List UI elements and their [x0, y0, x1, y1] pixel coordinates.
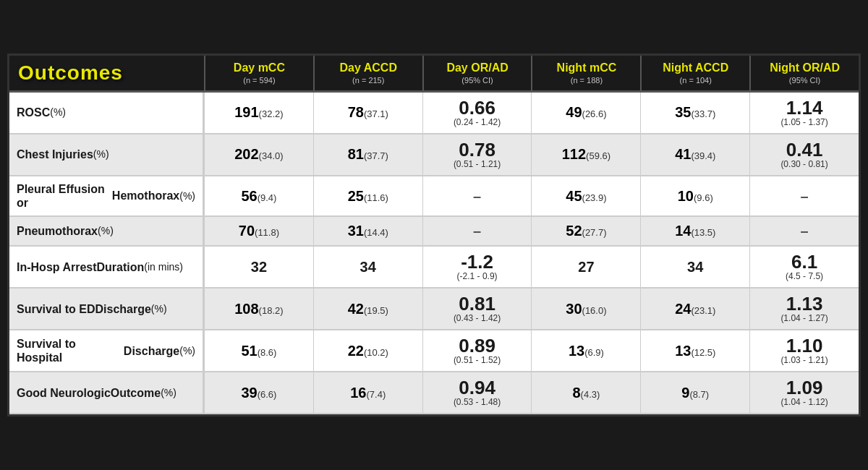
- data-cell: 1.09 (1.04 - 1.12): [749, 372, 859, 413]
- sub-value: (12.5): [691, 347, 715, 358]
- data-cell: 13(12.5): [640, 330, 749, 371]
- or-main-value: 0.81: [459, 294, 495, 313]
- or-sub-value: (0.53 - 1.48): [454, 397, 501, 407]
- sub-value: (34.0): [259, 150, 284, 161]
- main-value: 202: [234, 146, 258, 162]
- sub-value: (19.5): [364, 305, 388, 316]
- data-cell: 22(10.2): [313, 330, 422, 371]
- table-row: Survival to EDDischarge (%) 108(18.2) 42…: [9, 289, 859, 330]
- data-cell: 81(37.7): [313, 134, 422, 175]
- main-value: 81: [348, 146, 364, 162]
- main-value: 56: [241, 188, 257, 204]
- main-value: 191: [234, 104, 258, 120]
- data-cell: 16(7.4): [313, 372, 422, 413]
- data-cell: 32: [204, 247, 313, 287]
- sub-value: (7.4): [367, 389, 386, 400]
- or-main-value: 6.1: [791, 252, 817, 271]
- table-body: ROSC (%) 191(32.2) 78(37.1) 0.66 (0.24 -…: [9, 93, 859, 414]
- data-cell: 24(23.1): [640, 289, 749, 329]
- sub-value: (27.7): [582, 227, 607, 238]
- data-cell: 1.14 (1.05 - 1.37): [749, 93, 859, 133]
- main-value: 25: [348, 188, 364, 204]
- table-row: Pneumothorax (%) 70(11.8) 31(14.4) – 52(…: [9, 217, 859, 247]
- main-value: 13: [675, 343, 691, 359]
- sub-value: (23.9): [582, 192, 607, 203]
- row-label: In-Hosp ArrestDuration (in mins): [9, 247, 204, 287]
- data-cell: 10(9.6): [640, 176, 749, 215]
- sub-value: (32.2): [259, 108, 284, 119]
- sub-value: (13.5): [691, 227, 715, 238]
- header-day-orad: Day OR/AD (95% CI): [422, 56, 532, 90]
- main-value: 70: [239, 223, 255, 239]
- or-sub-value: (4.5 - 7.5): [786, 271, 823, 281]
- or-main-value: 1.10: [786, 336, 823, 355]
- main-value: 49: [566, 104, 582, 120]
- row-label: Pleural Effusion orHemothorax (%): [9, 176, 204, 215]
- header-night-accd: Night ACCD (n = 104): [640, 56, 749, 90]
- or-main-value: 1.09: [786, 378, 823, 397]
- row-label: Survival to EDDischarge (%): [9, 289, 204, 329]
- outcomes-table: Outcomes Day mCC (n = 594) Day ACCD (n =…: [7, 54, 861, 416]
- or-sub-value: (1.05 - 1.37): [780, 117, 827, 127]
- main-value: 24: [675, 301, 691, 317]
- main-value: 39: [241, 385, 257, 401]
- or-main-value: 0.94: [459, 378, 495, 397]
- main-value: 42: [348, 301, 364, 317]
- data-cell: 0.89 (0.51 - 1.52): [422, 330, 532, 371]
- sub-value: (4.3): [581, 389, 600, 400]
- main-value: 8: [572, 385, 580, 401]
- or-sub-value: (0.30 - 0.81): [780, 159, 827, 169]
- data-cell: 34: [640, 247, 749, 287]
- table-row: In-Hosp ArrestDuration (in mins) 32 34 -…: [9, 247, 859, 289]
- or-sub-value: (-2.1 - 0.9): [457, 271, 498, 281]
- or-main-value: 0.89: [459, 336, 495, 355]
- data-cell: –: [422, 217, 532, 245]
- data-cell: 25(11.6): [313, 176, 422, 215]
- data-cell: 112(59.6): [531, 134, 640, 175]
- sub-value: (33.7): [691, 108, 715, 119]
- main-value: 9: [681, 385, 689, 401]
- sub-value: (6.6): [258, 389, 277, 400]
- data-cell: 0.81 (0.43 - 1.42): [422, 289, 532, 329]
- main-value: 45: [566, 188, 582, 204]
- data-cell: 42(19.5): [313, 289, 422, 329]
- data-cell: 0.78 (0.51 - 1.21): [422, 134, 532, 175]
- table-row: ROSC (%) 191(32.2) 78(37.1) 0.66 (0.24 -…: [9, 93, 859, 134]
- row-label: Pneumothorax (%): [9, 217, 204, 245]
- data-cell: 108(18.2): [204, 289, 313, 329]
- data-cell: 1.13 (1.04 - 1.27): [749, 289, 859, 329]
- main-value: 34: [360, 259, 376, 275]
- or-main-value: -1.2: [461, 252, 493, 271]
- main-value: 51: [241, 343, 257, 359]
- sub-value: (26.6): [582, 108, 607, 119]
- sub-value: (37.1): [364, 108, 388, 119]
- main-value: 13: [569, 343, 584, 359]
- main-value: 35: [675, 104, 691, 120]
- data-cell: 1.10 (1.03 - 1.21): [749, 330, 859, 371]
- data-cell: 9(8.7): [640, 372, 749, 413]
- data-cell: -1.2 (-2.1 - 0.9): [422, 247, 532, 287]
- or-sub-value: (0.51 - 1.52): [454, 355, 501, 365]
- data-cell: 14(13.5): [640, 217, 749, 245]
- or-main-value: 0.41: [786, 140, 823, 159]
- row-label: Chest Injuries (%): [9, 134, 204, 175]
- sub-value: (6.9): [584, 347, 604, 358]
- data-cell: 41(39.4): [640, 134, 749, 175]
- table-title: Outcomes: [18, 61, 123, 85]
- or-sub-value: (1.04 - 1.12): [780, 397, 827, 407]
- data-cell: 39(6.6): [204, 372, 313, 413]
- or-sub-value: (1.03 - 1.21): [780, 355, 827, 365]
- header-day-accd: Day ACCD (n = 215): [313, 56, 422, 90]
- sub-value: (11.8): [255, 227, 279, 238]
- data-cell: 30(16.0): [531, 289, 640, 329]
- data-cell: 45(23.9): [531, 176, 640, 215]
- data-cell: 27: [531, 247, 640, 287]
- header-day-mcc: Day mCC (n = 594): [204, 56, 313, 90]
- main-value: 32: [251, 259, 267, 275]
- data-cell: 52(27.7): [531, 217, 640, 245]
- main-value: 22: [348, 343, 364, 359]
- data-cell: 78(37.1): [313, 93, 422, 133]
- table-title-cell: Outcomes: [9, 56, 204, 90]
- sub-value: (8.6): [258, 347, 277, 358]
- sub-value: (11.6): [364, 192, 388, 203]
